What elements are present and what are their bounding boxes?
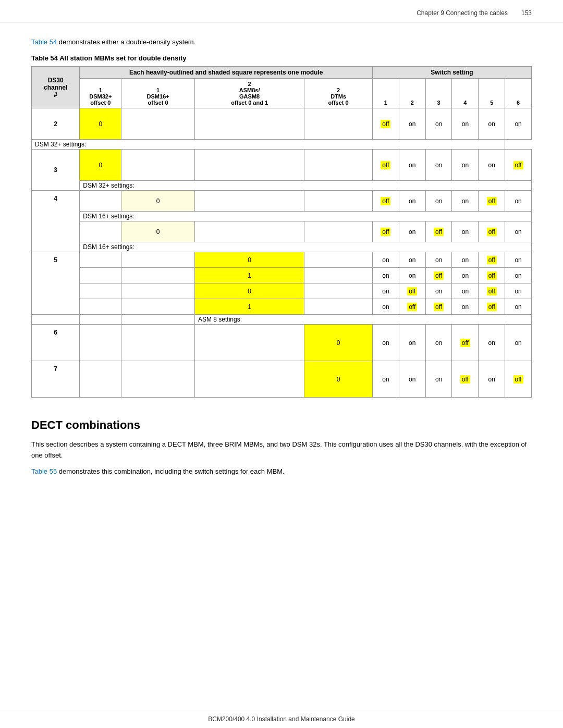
dsm16-cell-5b (121, 268, 195, 283)
channel-2: 2 (32, 108, 80, 140)
sw3-6: on (425, 325, 452, 361)
dsm16-cell-3 (121, 150, 195, 181)
table54-link[interactable]: Table 54 (31, 38, 57, 46)
channel-6: 6 (32, 325, 80, 361)
asm-cell-2 (194, 108, 304, 140)
table-label: Table 54 (31, 54, 58, 62)
module-header: Each heavily-outlined and shaded square … (80, 67, 373, 79)
dsm16-cell-5d (121, 299, 195, 315)
dtm-cell-5a (304, 252, 373, 268)
dtm-cell-5c (304, 283, 373, 299)
table-body: 2 0 off on on on on on DSM 32+ settings: (32, 108, 532, 398)
footer-text: BCM200/400 4.0 Installation and Maintena… (208, 715, 355, 723)
dsm16-cell-5c (121, 283, 195, 299)
sw6-2: on (505, 108, 532, 140)
sw5-6: on (479, 325, 505, 361)
dsm16-cell-7 (121, 361, 195, 398)
sw3-2: on (425, 108, 452, 140)
dtm-cell-3 (304, 150, 373, 181)
dect-para2-text: demonstrates this combination, including… (57, 467, 284, 475)
sw4-header: 4 (452, 79, 479, 108)
table55-link[interactable]: Table 55 (31, 467, 57, 475)
dtm-cell-5d (304, 299, 373, 315)
header-chapter: Chapter 9 Connecting the cables 153 (417, 9, 532, 17)
sw4-4b: on (452, 221, 479, 242)
sw1-4a: off (373, 191, 399, 212)
sw1-5d: on (373, 299, 399, 315)
settings-text-5: ASM 8 settings: (194, 315, 531, 325)
dsm32-cell-5a (80, 252, 121, 268)
table-header-sub: 1DSM32+offset 0 1DSM16+offset 0 2ASM8s/G… (32, 79, 532, 108)
sw4-5c: on (452, 283, 479, 299)
dsm16-cell-4a: 0 (121, 191, 195, 212)
table-row-5b: 1 on on off on off on (32, 268, 532, 283)
asm-cell-7 (194, 361, 304, 398)
channel-5: 5 (32, 252, 80, 315)
footer: BCM200/400 4.0 Installation and Maintena… (0, 710, 563, 728)
sw6-header: 6 (505, 79, 532, 108)
sw5-5d: off (479, 299, 505, 315)
col-dsm32-header: 1DSM32+offset 0 (80, 79, 121, 108)
asm-cell-5c: 0 (194, 283, 304, 299)
channel-3: 3 (32, 150, 80, 191)
sw2-header: 2 (399, 79, 425, 108)
sw2-4a: on (399, 191, 425, 212)
dsm32-cell-5d (80, 299, 121, 315)
sw3-header: 3 (425, 79, 452, 108)
settings-row-4a: DSM 16+ settings: (32, 212, 532, 221)
dsm32-cell-5b (80, 268, 121, 283)
sw4-5b: on (452, 268, 479, 283)
sw2-5c: off (399, 283, 425, 299)
dsm16-cell-4b: 0 (121, 221, 195, 242)
page-number: 153 (521, 9, 532, 17)
sw2-3: on (399, 150, 425, 181)
dect-heading: DECT combinations (31, 418, 532, 432)
asm-cell-6 (194, 325, 304, 361)
sw6-7: off (505, 361, 532, 398)
sw6-3: off (505, 150, 532, 181)
settings-row-2: DSM 32+ settings: (32, 140, 532, 150)
ds30-header: DS30channel# (32, 67, 80, 108)
table-row-5a: 5 0 on on on on off on (32, 252, 532, 268)
switch-header: Switch setting (373, 67, 532, 79)
empty1-5 (80, 315, 121, 325)
table-row-4a: 4 0 off on on on off on (32, 191, 532, 212)
asm-cell-5a: 0 (194, 252, 304, 268)
settings-row-3: DSM 32+ settings: (32, 181, 532, 191)
sw6-5d: on (505, 299, 532, 315)
sw2-5b: on (399, 268, 425, 283)
sw6-5a: on (505, 252, 532, 268)
sw5-4a: off (479, 191, 505, 212)
empty-ch5 (32, 315, 80, 325)
sw5-5b: off (479, 268, 505, 283)
dsm16-cell-2 (121, 108, 195, 140)
sw2-2: on (399, 108, 425, 140)
channel-7: 7 (32, 361, 80, 398)
dtm-cell-6: 0 (304, 325, 373, 361)
table-row-3: 3 0 off on on on on off (32, 150, 532, 181)
sw5-header: 5 (479, 79, 505, 108)
sw5-4b: off (479, 221, 505, 242)
table-row-5d: 1 on off off on off on (32, 299, 532, 315)
table-title-text: All station MBMs set for double density (58, 54, 187, 62)
settings-text-4a: DSM 16+ settings: (80, 212, 532, 221)
dsm32-cell-7 (80, 361, 121, 398)
dtm-cell-4b (304, 221, 373, 242)
settings-text-2: DSM 32+ settings: (32, 140, 505, 150)
sw4-4a: on (452, 191, 479, 212)
sw6-4b: on (505, 221, 532, 242)
col-dtm-header: 2DTMsoffset 0 (304, 79, 373, 108)
sw6-4a: on (505, 191, 532, 212)
settings-row-5: ASM 8 settings: (32, 315, 532, 325)
channel-4: 4 (32, 191, 80, 252)
dsm32-cell-2: 0 (80, 108, 121, 140)
settings-text-3: DSM 32+ settings: (80, 181, 532, 191)
intro-paragraph: Table 54 demonstrates either a double-de… (31, 38, 532, 46)
sw5-5c: off (479, 283, 505, 299)
sw4-5a: on (452, 252, 479, 268)
sw5-5a: off (479, 252, 505, 268)
dsm16-cell-6 (121, 325, 195, 361)
sw3-7: on (425, 361, 452, 398)
sw5-2: on (479, 108, 505, 140)
sw3-5a: on (425, 252, 452, 268)
